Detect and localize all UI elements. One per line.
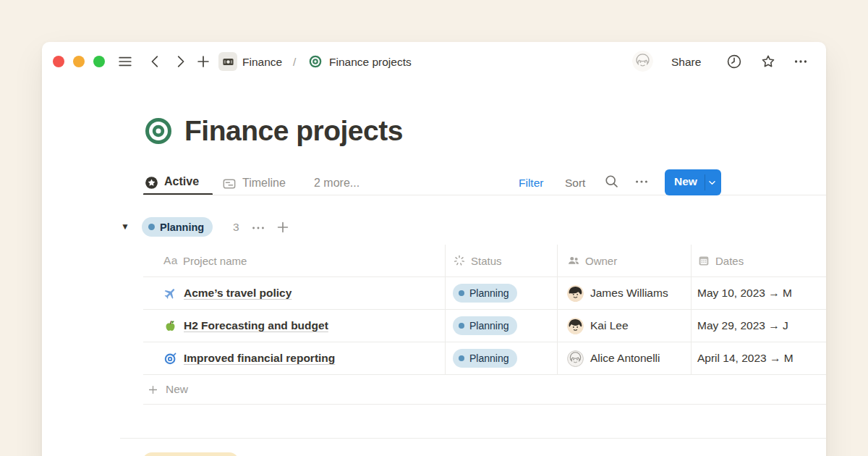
favorite-star-icon[interactable] [760,54,776,69]
green-apple-icon [163,319,177,333]
history-clock-icon[interactable] [726,54,742,69]
filter-button[interactable]: Filter [519,175,543,190]
tab-timeline[interactable]: Timeline [242,175,286,190]
column-header-owner[interactable]: Owner [557,245,691,276]
breadcrumb-current[interactable]: Finance projects [329,55,412,69]
status-dot [459,355,464,361]
tabs-more-link[interactable]: 2 more... [314,175,359,190]
column-header-project-name[interactable]: Aa Project name [143,245,445,276]
new-button-divider [705,174,705,190]
status-spinner-icon [453,254,466,267]
dates-cell[interactable]: April 14, 2023 → M [691,342,826,374]
sidebar-menu-icon[interactable] [117,54,133,69]
calendar-icon [697,254,710,267]
group-status-badge[interactable]: Planning [142,217,213,237]
table-header-row: Aa Project name Status Owner Dates [143,245,826,277]
nav-back-icon[interactable] [148,54,163,69]
airplane-icon [163,287,177,300]
more-options-icon[interactable] [793,54,809,69]
blue-target-icon [163,352,177,366]
avatar [567,285,584,302]
project-name-link[interactable]: Acme’s travel policy [184,287,292,300]
page-target-icon [143,116,174,146]
timeline-icon [222,177,237,191]
date-range: May 10, 2023 → M [697,287,792,300]
status-badge[interactable]: Planning [453,349,517,368]
text-property-icon: Aa [163,254,178,267]
status-cell[interactable]: Planning [445,310,557,342]
view-options-icon[interactable] [634,174,650,190]
window-zoom-button[interactable] [93,56,105,67]
nav-forward-icon[interactable] [172,54,188,69]
table-row: Improved financial reporting Planning Al… [143,342,826,375]
group-status-label: Planning [160,222,204,232]
sort-button[interactable]: Sort [565,175,585,190]
breadcrumb-separator: / [293,55,296,69]
status-badge[interactable]: Planning [453,284,517,303]
owner-name: Alice Antonelli [590,352,660,365]
window-close-button[interactable] [53,56,64,67]
owner-cell[interactable]: Alice Antonelli [557,342,691,374]
table-row: Acme’s travel policy Planning James Will… [143,277,826,310]
owner-cell[interactable]: James Williams [557,277,691,309]
add-row-label: New [166,383,188,396]
add-row-button[interactable]: New [143,375,826,405]
window-minimize-button[interactable] [73,56,85,67]
group-collapse-toggle[interactable]: ▼ [121,221,129,232]
dates-cell[interactable]: May 29, 2023 → J [691,310,826,342]
status-cell[interactable]: Planning [445,342,557,374]
target-icon [308,54,323,69]
people-icon [567,254,580,267]
status-badge[interactable]: Planning [453,316,517,335]
new-page-icon[interactable] [195,54,211,69]
page-title: Finance projects [184,114,403,148]
group-count: 3 [233,221,239,234]
date-range: May 29, 2023 → J [697,319,788,332]
tab-active[interactable]: Active [164,175,199,188]
group-add-icon[interactable] [275,219,291,235]
dates-cell[interactable]: May 10, 2023 → M [691,277,826,309]
column-header-dates[interactable]: Dates [691,245,826,276]
avatar [567,350,584,367]
owner-name: Kai Lee [590,319,629,332]
status-dot [148,224,155,230]
status-dot [459,290,464,296]
new-button[interactable]: New [665,169,721,195]
project-name-cell[interactable]: Improved financial reporting [143,342,445,374]
table-row: H2 Forecasting and budget Planning Kai L… [143,310,826,342]
new-button-label: New [674,175,697,188]
chevron-down-icon[interactable] [706,177,718,189]
user-avatar[interactable] [632,51,653,72]
project-name-cell[interactable]: Acme’s travel policy [143,277,445,309]
project-name-link[interactable]: Improved financial reporting [184,352,335,365]
status-cell[interactable]: Planning [445,277,557,309]
share-button[interactable]: Share [671,55,701,69]
breadcrumb-parent[interactable]: Finance [242,55,282,69]
next-group-badge-partial[interactable] [142,452,239,456]
tabs-divider [143,195,826,195]
project-name-link[interactable]: H2 Forecasting and budget [184,319,328,332]
banknote-icon[interactable] [218,52,237,71]
project-name-cell[interactable]: H2 Forecasting and budget [143,310,445,342]
app-window: Finance / Finance projects Share Finance… [42,42,826,456]
owner-name: James Williams [590,287,668,300]
group-options-icon[interactable] [250,220,266,236]
owner-cell[interactable]: Kai Lee [557,310,691,342]
search-icon[interactable] [604,174,619,189]
section-divider [120,438,826,439]
star-badge-icon [145,176,158,190]
date-range: April 14, 2023 → M [697,352,793,365]
avatar [567,318,584,334]
column-header-status[interactable]: Status [445,245,557,276]
status-dot [459,323,464,329]
plus-icon [147,384,159,396]
